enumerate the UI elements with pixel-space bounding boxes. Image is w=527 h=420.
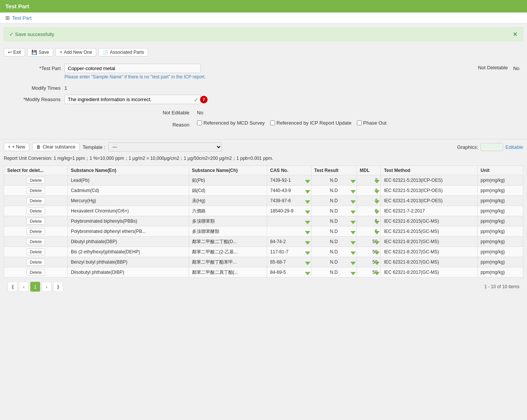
- cell-cas-no-0: 7439-92-1: [267, 175, 311, 186]
- cell-cas-no-9: 84-69-5: [267, 267, 311, 278]
- delete-button-7[interactable]: Delete: [27, 248, 45, 255]
- delete-button-0[interactable]: Delete: [27, 177, 45, 184]
- breadcrumb-text: Test Part: [12, 15, 31, 21]
- editable-label: Editable: [505, 144, 523, 150]
- not-deletable-group: Not Deletable No: [478, 64, 519, 71]
- toolbar: ↩ Exit 💾 Save + Add New One 📄 Associated…: [0, 45, 527, 60]
- header-mdl: MDL: [357, 166, 381, 175]
- breadcrumb-icon: ⊞: [5, 15, 10, 21]
- checkbox-mcd-input[interactable]: [197, 120, 202, 125]
- triangle-result-1: [350, 189, 356, 195]
- exit-icon: ↩: [8, 50, 12, 55]
- triangle-result-6: [350, 240, 356, 246]
- table-row: Delete Polybrominated diphenyl ethers(PB…: [4, 226, 523, 237]
- cell-substance-ch-8: 鄰苯二甲酸丁酯苯甲...: [189, 257, 267, 267]
- cell-substance-en-9: Diisobutyl phthalate(DIBP): [67, 267, 189, 278]
- delete-button-8[interactable]: Delete: [27, 259, 45, 265]
- last-page-button[interactable]: ⟫: [53, 282, 63, 292]
- modify-reasons-input[interactable]: [64, 95, 201, 104]
- cell-substance-ch-5: 多溴聯苯醚類: [189, 226, 267, 237]
- triangle-mdl-4: [374, 220, 380, 225]
- cell-substance-ch-0: 鉛(Pb): [189, 175, 267, 186]
- next-page-button[interactable]: ›: [42, 282, 52, 292]
- reason-label: Reason: [136, 120, 189, 128]
- cell-cas-no-4: [267, 216, 311, 226]
- checkbox-icp: Referenced by ICP Report Update: [270, 120, 352, 126]
- first-page-button[interactable]: ⟪: [8, 282, 17, 292]
- triangle-mdl-8: [374, 261, 380, 266]
- table-row: Delete Benzyl butyl phthalate(BBP) 鄰苯二甲酸…: [4, 257, 523, 267]
- delete-button-4[interactable]: Delete: [27, 218, 45, 225]
- cell-test-method-7: IEC 62321-8:2017(GC-MS): [381, 247, 477, 257]
- cell-unit-3: ppm(mg/kg): [477, 206, 523, 216]
- not-deletable-label: Not Deletable: [478, 65, 508, 70]
- cell-cas-no-5: [267, 226, 311, 237]
- table-row: Delete Diisobutyl phthalate(DIBP) 鄰苯二甲酸二…: [4, 267, 523, 278]
- modify-reasons-row: *Modify Reasons ✓ 7: [8, 95, 519, 104]
- graphics-input[interactable]: [480, 143, 503, 151]
- triangle-right-8: [305, 261, 310, 266]
- checkbox-phaseout-input[interactable]: [357, 120, 362, 125]
- check-icon: ✓: [194, 96, 199, 103]
- delete-button-3[interactable]: Delete: [27, 208, 45, 214]
- cell-substance-en-6: Dibutyl phthalate(DBP): [67, 237, 189, 247]
- table-row: Delete Polybrominated biphenyls(PBBs) 多溴…: [4, 216, 523, 226]
- test-part-input[interactable]: [64, 64, 201, 73]
- template-label: Template :: [83, 144, 105, 150]
- delete-button-6[interactable]: Delete: [27, 238, 45, 245]
- cell-cas-no-2: 7439-97-6: [267, 196, 311, 206]
- associated-parts-button[interactable]: 📄 Associated Parts: [99, 48, 148, 56]
- table-row: Delete Cadmium(Cd) 鎘(Cd) 7440-43-9 N.D 2…: [4, 186, 523, 196]
- success-banner: ✓ Save successfully ✕: [4, 27, 523, 41]
- triangle-right-2: [305, 200, 310, 205]
- cell-test-result-0: N.D: [311, 175, 357, 186]
- add-new-button[interactable]: + Add New One: [55, 48, 96, 56]
- cell-mdl-7: 50: [357, 247, 381, 257]
- new-button[interactable]: + + New: [4, 143, 29, 151]
- table-row: Delete Lead(Pb) 鉛(Pb) 7439-92-1 N.D 2 IE…: [4, 175, 523, 186]
- save-button[interactable]: 💾 Save: [27, 48, 53, 56]
- exit-button[interactable]: ↩ Exit: [4, 48, 25, 56]
- cell-test-result-6: N.D: [311, 237, 357, 247]
- delete-button-1[interactable]: Delete: [27, 187, 45, 194]
- table-row: Delete Mercury(Hg) 汞(Hg) 7439-97-6 N.D 2…: [4, 196, 523, 206]
- table-toolbar: + + New 🗑 Clear substance Template : ---…: [4, 142, 523, 151]
- cell-mdl-1: 2: [357, 186, 381, 196]
- cell-test-result-5: N.D: [311, 226, 357, 237]
- cell-delete-9: Delete: [4, 267, 68, 278]
- modify-reasons-group: ✓ 7: [64, 95, 519, 104]
- cell-substance-en-8: Benzyl butyl phthalate(BBP): [67, 257, 189, 267]
- not-editable-section: Not Editable No Reason Referenced by MCD…: [8, 108, 519, 131]
- cell-test-result-8: N.D: [311, 257, 357, 267]
- header-cas-no: CAS No.: [267, 166, 311, 175]
- test-part-label: *Test Part: [8, 64, 61, 71]
- delete-button-2[interactable]: Delete: [27, 197, 45, 204]
- cell-test-result-2: N.D: [311, 196, 357, 206]
- cell-substance-ch-7: 鄰苯二甲酸二(2-乙基...: [189, 247, 267, 257]
- delete-button-5[interactable]: Delete: [27, 228, 45, 235]
- success-message: ✓ Save successfully: [9, 31, 54, 37]
- triangle-right-0: [305, 179, 310, 184]
- cell-test-method-3: IEC 62321-7-2:2017: [381, 206, 477, 216]
- modify-reasons-wrap: ✓ 7: [64, 95, 201, 104]
- template-select[interactable]: ---: [108, 142, 222, 151]
- checkbox-mcd: Referenced by MCD Survey: [197, 120, 265, 126]
- prev-page-button[interactable]: ‹: [19, 282, 29, 292]
- triangle-mdl-7: [374, 251, 380, 256]
- cell-test-method-2: IEC 62321-4:2013(ICP-OES): [381, 196, 477, 206]
- delete-button-9[interactable]: Delete: [27, 269, 45, 276]
- header-substance-ch: Substance Name(Ch): [189, 166, 267, 175]
- checkbox-icp-input[interactable]: [270, 120, 275, 125]
- modify-times-value: 1: [64, 83, 67, 91]
- clear-substance-button[interactable]: 🗑 Clear substance: [32, 143, 80, 151]
- cell-cas-no-7: 117-81-7: [267, 247, 311, 257]
- triangle-mdl-0: [374, 179, 380, 184]
- close-banner-button[interactable]: ✕: [513, 31, 518, 38]
- cell-test-method-8: IEC 62321-8:2017(GC-MS): [381, 257, 477, 267]
- form-section: *Test Part Please enter "Sample Name" if…: [0, 60, 527, 139]
- not-editable-label: Not Editable: [136, 108, 189, 116]
- triangle-right-1: [305, 189, 310, 195]
- triangle-result-2: [350, 200, 356, 205]
- page-1-button[interactable]: 1: [30, 282, 40, 292]
- triangle-result-4: [350, 220, 356, 225]
